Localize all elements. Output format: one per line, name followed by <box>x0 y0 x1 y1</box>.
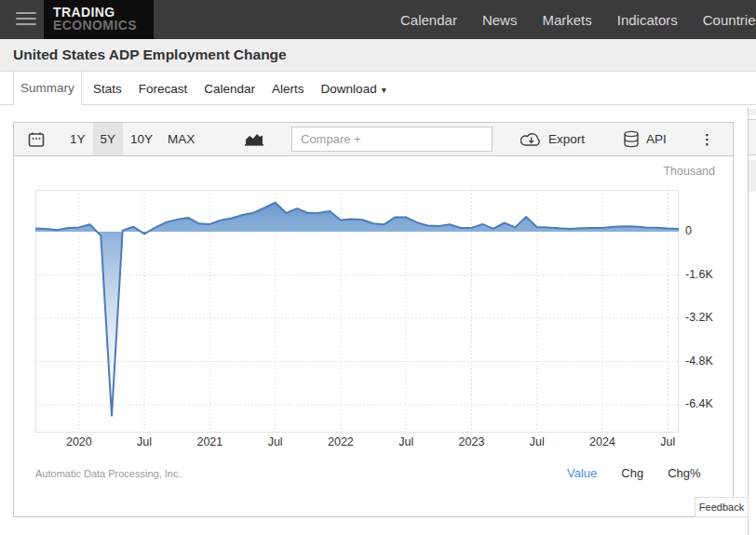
range-selector: 1Y 5Y 10Y MAX <box>62 123 202 155</box>
range-1y[interactable]: 1Y <box>62 123 93 155</box>
top-nav: TRADING ECONOMICS Calendar News Markets … <box>0 0 756 39</box>
compare-input[interactable] <box>291 127 493 152</box>
export-label: Export <box>548 132 585 146</box>
api-label: API <box>646 132 667 146</box>
nav-item-markets[interactable]: Markets <box>542 12 591 28</box>
right-panel-toolbar-block <box>749 119 756 155</box>
area-series-line <box>35 203 679 416</box>
api-button[interactable]: API <box>623 123 667 155</box>
range-10y[interactable]: 10Y <box>123 123 160 155</box>
x-axis-label: Jul <box>509 435 565 448</box>
y-axis-label: -3.2K <box>685 311 713 324</box>
database-icon <box>623 130 640 148</box>
x-axis-label: 2023 <box>443 435 499 448</box>
right-panel-block <box>749 109 756 115</box>
x-axis-label: 2020 <box>51 435 107 448</box>
area-chart-svg <box>35 190 679 433</box>
mode-link-chgpct[interactable]: Chg% <box>668 466 700 480</box>
tabs-row: Summary Stats Forecast Calendar Alerts D… <box>0 72 756 105</box>
tab-stats[interactable]: Stats <box>93 82 122 96</box>
chart-plot[interactable] <box>35 190 679 433</box>
tab-forecast[interactable]: Forecast <box>139 82 188 96</box>
chart-type-icon[interactable] <box>245 132 263 146</box>
feedback-button[interactable]: Feedback <box>695 497 749 517</box>
x-axis-label: Jul <box>378 435 434 448</box>
cloud-download-icon <box>520 132 542 147</box>
logo-line2: ECONOMICS <box>53 19 154 32</box>
range-max[interactable]: MAX <box>160 123 202 155</box>
x-axis-label: Jul <box>248 435 304 448</box>
mode-link-chg[interactable]: Chg <box>621 466 643 480</box>
area-series-fill <box>35 203 679 416</box>
range-5y[interactable]: 5Y <box>93 123 124 155</box>
series-mode-links: Value Chg Chg% <box>567 466 701 480</box>
tab-alerts[interactable]: Alerts <box>272 82 304 96</box>
y-axis-label: -1.6K <box>685 268 713 281</box>
tab-calendar[interactable]: Calendar <box>204 82 255 96</box>
x-axis-label: Jul <box>640 435 695 448</box>
nav-item-calendar[interactable]: Calendar <box>400 12 457 28</box>
export-button[interactable]: Export <box>520 123 585 155</box>
page-title: United States ADP Employment Change <box>13 47 287 63</box>
kebab-menu-icon[interactable]: ⋮ <box>700 130 713 149</box>
tab-summary[interactable]: Summary <box>13 72 82 105</box>
source-attribution: Automatic Data Processing, Inc. <box>35 468 182 479</box>
chart-unit-label: Thousand <box>663 165 715 178</box>
tab-download[interactable]: Download▾ <box>321 82 386 96</box>
x-axis-label: 2024 <box>574 435 630 448</box>
x-axis-label: 2021 <box>182 435 237 448</box>
right-panel-block <box>749 160 756 192</box>
chart-card: 1Y 5Y 10Y MAX Export API ⋮ <box>13 122 734 517</box>
nav-item-news[interactable]: News <box>482 12 518 28</box>
y-axis-label: 0 <box>685 224 692 237</box>
x-axis-label: Jul <box>116 435 172 448</box>
hamburger-menu-icon[interactable] <box>16 12 36 27</box>
calendar-icon[interactable] <box>28 131 45 148</box>
logo[interactable]: TRADING ECONOMICS <box>44 0 154 39</box>
title-bar: United States ADP Employment Change <box>0 39 756 72</box>
nav-item-countries[interactable]: Countries <box>703 12 756 28</box>
nav-item-indicators[interactable]: Indicators <box>617 12 678 28</box>
x-axis-label: 2022 <box>313 435 369 448</box>
chart-toolbar: 1Y 5Y 10Y MAX Export API ⋮ <box>14 123 733 156</box>
y-axis-label: -6.4K <box>685 397 713 410</box>
nav-menu: Calendar News Markets Indicators Countri… <box>400 0 756 39</box>
mode-link-value[interactable]: Value <box>567 466 597 480</box>
chevron-down-icon: ▾ <box>382 85 386 95</box>
y-axis-label: -4.8K <box>685 354 713 368</box>
